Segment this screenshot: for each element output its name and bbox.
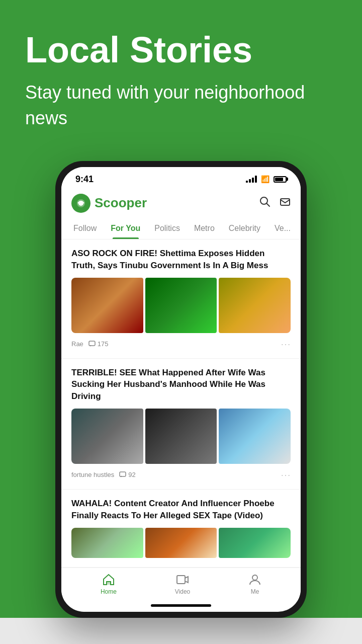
- nav-tabs: Follow For You Politics Metro Celebrity …: [61, 218, 301, 239]
- article-2-title: TERRIBLE! SEE What Happened After Wife W…: [71, 367, 291, 403]
- article-1-comments: 175: [88, 340, 109, 348]
- article-1-img-3: [219, 278, 291, 333]
- article-1-img-2: [145, 278, 217, 333]
- phone-frame: 9:41 📶: [55, 161, 307, 618]
- svg-rect-9: [177, 576, 185, 584]
- status-time: 9:41: [75, 174, 94, 185]
- header-icons: [259, 196, 291, 210]
- article-1-author: Rae: [71, 340, 83, 348]
- app-logo: [71, 194, 90, 213]
- phone-wrapper: 9:41 📶: [55, 161, 307, 618]
- bottom-nav-me[interactable]: Me: [248, 573, 261, 595]
- bottom-nav-home-label: Home: [101, 588, 117, 595]
- article-2-meta-left: fortune hustles 92: [71, 471, 136, 478]
- svg-rect-7: [120, 472, 126, 476]
- svg-point-10: [252, 575, 257, 580]
- article-1-meta: Rae 175 ⋯: [71, 338, 291, 350]
- article-1-meta-left: Rae 175: [71, 340, 109, 348]
- phone-mockup: 9:41 📶: [25, 161, 337, 618]
- bottom-nav-me-label: Me: [251, 588, 259, 595]
- article-3-img-1: [71, 528, 143, 558]
- svg-rect-6: [89, 341, 95, 346]
- tab-metro[interactable]: Metro: [187, 218, 222, 239]
- article-1-img-1: [71, 278, 143, 333]
- comment-icon-2: [119, 471, 126, 478]
- article-2-images: [71, 409, 291, 464]
- comment-icon: [88, 341, 96, 348]
- article-2-img-1: [71, 409, 143, 464]
- article-1-title: ASO ROCK ON FIRE! Shettima Exposes Hidde…: [71, 248, 291, 272]
- article-2-comment-count: 92: [128, 471, 135, 478]
- bottom-nav-video-label: Video: [175, 588, 190, 595]
- logo-svg: [74, 196, 88, 210]
- app-header: Scooper: [61, 189, 301, 218]
- hero-section: Local Stories Stay tuned with your neigh…: [0, 0, 362, 618]
- news-feed: ASO ROCK ON FIRE! Shettima Exposes Hidde…: [61, 239, 301, 568]
- bottom-nav-home[interactable]: Home: [101, 573, 117, 595]
- mail-icon[interactable]: [280, 196, 291, 210]
- bottom-nav: Home Video: [61, 568, 301, 601]
- logo-area: Scooper: [71, 194, 147, 213]
- search-icon[interactable]: [259, 196, 270, 210]
- status-icons: 📶: [246, 175, 287, 183]
- tab-celebrity[interactable]: Celebrity: [222, 218, 267, 239]
- article-1-more[interactable]: ⋯: [281, 338, 291, 350]
- tab-more[interactable]: Ve...: [267, 218, 298, 239]
- signal-icon: [246, 176, 257, 183]
- article-2-img-2: [145, 409, 217, 464]
- status-bar: 9:41 📶: [61, 167, 301, 189]
- article-2[interactable]: TERRIBLE! SEE What Happened After Wife W…: [61, 359, 301, 490]
- svg-rect-8: [107, 582, 111, 585]
- person-icon: [248, 573, 261, 586]
- phone-screen: 9:41 📶: [61, 167, 301, 612]
- article-2-meta: fortune hustles 92 ⋯: [71, 469, 291, 481]
- video-icon: [176, 573, 189, 586]
- battery-icon: [274, 176, 287, 183]
- article-3-images: [71, 528, 291, 558]
- article-3[interactable]: WAHALA! Content Creator And Influencer P…: [61, 490, 301, 568]
- hero-title: Local Stories: [25, 30, 337, 70]
- svg-line-4: [266, 203, 269, 206]
- article-1-comment-count: 175: [98, 340, 109, 348]
- hero-subtitle: Stay tuned with your neighborhood news: [25, 80, 337, 131]
- article-2-img-3: [219, 409, 291, 464]
- article-3-img-3: [219, 528, 291, 558]
- article-2-more[interactable]: ⋯: [281, 469, 291, 481]
- tab-politics[interactable]: Politics: [147, 218, 187, 239]
- svg-rect-5: [281, 199, 290, 205]
- article-3-title: WAHALA! Content Creator And Influencer P…: [71, 498, 291, 522]
- article-1[interactable]: ASO ROCK ON FIRE! Shettima Exposes Hidde…: [61, 239, 301, 359]
- article-2-comments: 92: [119, 471, 135, 478]
- home-icon: [102, 573, 115, 586]
- article-2-author: fortune hustles: [71, 471, 114, 478]
- app-name: Scooper: [95, 195, 147, 211]
- bottom-bg: [0, 618, 362, 644]
- wifi-icon: 📶: [261, 175, 269, 183]
- tab-follow[interactable]: Follow: [66, 218, 104, 239]
- tab-for-you[interactable]: For You: [104, 218, 147, 239]
- article-1-images: [71, 278, 291, 333]
- article-3-img-2: [145, 528, 217, 558]
- home-indicator: [151, 604, 211, 607]
- bottom-nav-video[interactable]: Video: [175, 573, 190, 595]
